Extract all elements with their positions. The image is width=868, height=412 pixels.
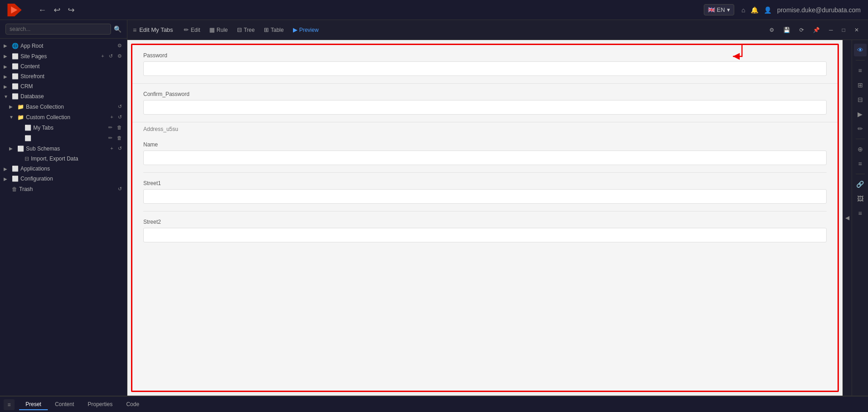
chevron-right-icon: ▶ — [4, 43, 10, 48]
sidebar-item-sub-schemas[interactable]: ▶ ⬜ Sub Schemas + ↺ — [0, 143, 127, 154]
sidebar-item-base-collection[interactable]: ▶ 📁 Base Collection ↺ — [0, 101, 127, 112]
sidebar-search: 🔍 — [0, 20, 127, 39]
tab-code[interactable]: Code — [120, 399, 146, 410]
minimize-button[interactable]: ─ — [825, 25, 837, 35]
sidebar-item-app-root[interactable]: ▶ 🌐 App Root ⚙ — [0, 40, 127, 51]
sidebar-item-my-tabs[interactable]: ▶ ⬜ My Tabs ✏ 🗑 — [0, 122, 127, 133]
sidebar-item-import-export[interactable]: ▶ ⊟ Import, Export Data — [0, 154, 127, 164]
search-input[interactable] — [5, 24, 111, 35]
user-icon[interactable]: 👤 — [764, 6, 772, 14]
chevron-down-icon: ▼ — [9, 115, 15, 120]
import-icon: ⊟ — [25, 156, 29, 162]
language-selector[interactable]: 🇬🇧 EN ▾ — [704, 4, 734, 15]
tree-tab[interactable]: ⊟ Tree — [233, 25, 258, 35]
chevron-right-icon: ▶ — [4, 54, 10, 59]
gear-icon[interactable]: ⚙ — [116, 53, 123, 60]
save-icon: 💾 — [783, 27, 790, 33]
collapse-button[interactable]: ◀ — [843, 40, 852, 396]
sidebar-item-configuration[interactable]: ▶ ⬜ Configuration — [0, 174, 127, 184]
divider — [856, 139, 865, 139]
sidebar-item-unnamed[interactable]: ▶ ⬜ ✏ 🗑 — [0, 133, 127, 143]
sidebar-item-database[interactable]: ▼ ⬜ Database — [0, 91, 127, 101]
sidebar-item-crm[interactable]: ▶ ⬜ CRM — [0, 81, 127, 91]
sidebar-item-storefront[interactable]: ▶ ⬜ Storefront — [0, 71, 127, 81]
settings-icon[interactable]: ⚙ — [116, 42, 123, 49]
bottom-menu-icon[interactable]: ≡ — [4, 399, 15, 410]
eye-panel-btn[interactable]: 👁 — [854, 44, 867, 56]
refresh-icon[interactable]: ↺ — [107, 53, 114, 60]
layers-panel-btn[interactable]: ≡ — [854, 64, 867, 77]
chevron-right-icon: ▶ — [9, 146, 15, 151]
top-bar-icons: ⌂ 🔔 👤 promise.duke@durubata.com — [742, 6, 861, 14]
tab-content[interactable]: Content — [49, 399, 81, 410]
list-panel-btn[interactable]: ≡ — [854, 157, 867, 170]
chevron-right-icon: ▶ — [4, 74, 10, 79]
delete-icon[interactable]: 🗑 — [116, 135, 123, 141]
name-input[interactable] — [143, 151, 827, 165]
sidebar-item-content[interactable]: ▶ ⬜ Content — [0, 61, 127, 71]
refresh-icon[interactable]: ↺ — [116, 186, 123, 192]
address-section: Address_u5su Name Street1 Street2 — [132, 122, 838, 253]
content-icon: ⬜ — [12, 63, 19, 70]
redo-button[interactable]: ↪ — [68, 6, 75, 14]
edit-icon[interactable]: ✏ — [107, 124, 114, 131]
pencil-panel-btn[interactable]: ✏ — [854, 122, 867, 135]
sidebar-item-site-pages[interactable]: ▶ ⬜ Site Pages + ↺ ⚙ — [0, 51, 127, 61]
tab-preset[interactable]: Preset — [19, 399, 48, 410]
preview-tab[interactable]: ▶ Preview — [289, 25, 323, 35]
sidebar-tree: ▶ 🌐 App Root ⚙ ▶ ⬜ Site Pages + ↺ ⚙ — [0, 39, 127, 396]
sidebar-item-custom-collection[interactable]: ▼ 📁 Custom Collection + ↺ — [0, 112, 127, 122]
street2-input[interactable] — [143, 228, 827, 242]
table-tab[interactable]: ⊞ Table — [260, 25, 288, 35]
save-button[interactable]: 💾 — [780, 25, 794, 35]
bell-icon[interactable]: 🔔 — [751, 6, 758, 14]
add-icon[interactable]: + — [109, 145, 115, 152]
minimize-icon: ─ — [829, 27, 833, 33]
divider — [856, 60, 865, 60]
play-panel-btn[interactable]: ▶ — [854, 108, 867, 121]
editor-area: ≡ Edit My Tabs ✏ Edit ▦ Rule ⊟ Tree ⊞ Ta… — [127, 20, 868, 396]
link-panel-btn[interactable]: 🔗 — [854, 178, 867, 191]
toolbar-title: ≡ Edit My Tabs — [133, 26, 173, 34]
sidebar-item-applications[interactable]: ▶ ⬜ Applications — [0, 164, 127, 174]
edit-icon[interactable]: ✏ — [107, 135, 114, 141]
street1-input[interactable] — [143, 189, 827, 204]
pin-button[interactable]: 📌 — [809, 25, 823, 35]
sidebar: 🔍 ▶ 🌐 App Root ⚙ ▶ ⬜ Site Pages + ↺ — [0, 20, 127, 396]
chevron-right-icon: ▶ — [9, 104, 15, 109]
search-icon[interactable]: 🔍 — [114, 25, 121, 33]
grid-panel-btn[interactable]: ⊞ — [854, 79, 867, 91]
back-button[interactable]: ← — [38, 6, 46, 14]
street1-label: Street1 — [143, 180, 827, 186]
refresh-icon[interactable]: ↺ — [116, 114, 123, 121]
refresh-icon[interactable]: ↺ — [116, 145, 123, 152]
add-icon[interactable]: + — [100, 53, 106, 60]
home-icon[interactable]: ⌂ — [742, 6, 745, 14]
close-button[interactable]: ✕ — [851, 25, 863, 35]
maximize-button[interactable]: □ — [838, 25, 849, 35]
sidebar-item-trash[interactable]: ▶ 🗑 Trash ↺ — [0, 184, 127, 194]
history-button[interactable]: ⟳ — [796, 25, 807, 35]
refresh-icon[interactable]: ↺ — [116, 103, 123, 110]
name-section: Name — [143, 134, 827, 173]
confirm-password-input[interactable] — [143, 100, 827, 115]
chevron-right-icon: ▶ — [4, 64, 10, 69]
settings-button[interactable]: ⚙ — [766, 25, 778, 35]
image-panel-btn[interactable]: 🖼 — [854, 192, 867, 205]
add-icon[interactable]: + — [109, 114, 115, 121]
preview-area: Password Confirm_Password Address_u5su N… — [131, 44, 839, 392]
tree-icon: ⊟ — [237, 26, 242, 33]
tab-properties[interactable]: Properties — [81, 399, 119, 410]
edit-tab[interactable]: ✏ Edit — [180, 25, 204, 35]
password-input[interactable] — [143, 61, 827, 76]
delete-icon[interactable]: 🗑 — [116, 124, 123, 131]
rule-tab[interactable]: ▦ Rule — [206, 25, 232, 35]
plus-panel-btn[interactable]: ⊕ — [854, 143, 867, 156]
street2-label: Street2 — [143, 219, 827, 225]
transform-panel-btn[interactable]: ⊟ — [854, 93, 867, 106]
confirm-password-section: Confirm_Password — [132, 84, 838, 122]
settings-icon: ⚙ — [769, 27, 774, 33]
page-icon: ⬜ — [12, 53, 19, 60]
undo-button[interactable]: ↩ — [54, 6, 61, 14]
code-panel-btn[interactable]: ≡ — [854, 207, 867, 220]
